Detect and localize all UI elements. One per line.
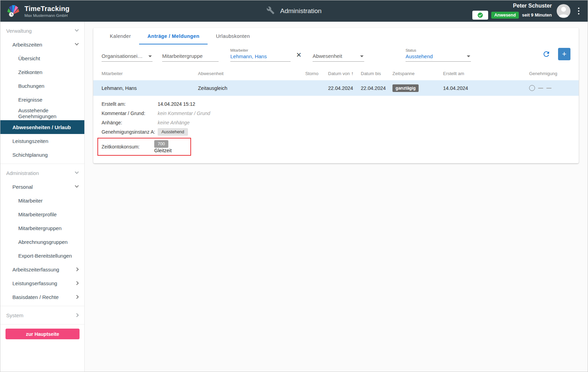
- chevron-down-icon: [75, 170, 78, 174]
- org-unit-select[interactable]: Organisationsei…: [102, 53, 153, 62]
- sidebar-item-administration[interactable]: Administration: [0, 166, 84, 180]
- col-mitarbeiter[interactable]: Mitarbeiter: [102, 71, 198, 76]
- detail-value: 14.04.2024 15:12: [158, 101, 570, 107]
- avatar[interactable]: [557, 4, 570, 18]
- sidebar-item-abrechnungsgruppen[interactable]: Abrechnungsgruppen: [0, 235, 84, 249]
- highlight-box: Zeitkontokonsum: 700 Gleitzeit: [97, 138, 191, 156]
- approval-dash-icon: [538, 88, 543, 89]
- approval-status-badge: Ausstehend: [158, 128, 188, 136]
- sidebar-item-schichtplanung[interactable]: Schichtplanung: [0, 148, 84, 162]
- consumption-amount-badge: 700: [154, 140, 168, 148]
- cell-erstellt-am: 14.04.2024: [443, 85, 529, 91]
- caret-down-icon: [467, 55, 470, 57]
- cell-abwesenheit: Zeitausgleich: [198, 85, 294, 91]
- caret-down-icon: [360, 55, 364, 57]
- sidebar-item-personal[interactable]: Personal: [0, 180, 84, 194]
- sidebar-item-mitarbeiterprofile[interactable]: Mitarbeiterprofile: [0, 207, 84, 221]
- app-title: TimeTracking: [24, 5, 70, 13]
- sidebar-item-system[interactable]: System: [0, 308, 84, 322]
- approval-circle-icon[interactable]: [529, 85, 535, 91]
- employee-filter-value: Lehmann, Hans: [230, 53, 291, 59]
- chevron-right-icon: [75, 267, 78, 271]
- sidebar-item-mitarbeiter[interactable]: Mitarbeiter: [0, 194, 84, 207]
- tab-urlaubskonten[interactable]: Urlaubskonten: [208, 28, 258, 44]
- status-select[interactable]: Status Ausstehend: [406, 48, 471, 62]
- app-logo-icon: [6, 3, 20, 19]
- cell-mitarbeiter: Lehmann, Hans: [102, 85, 198, 91]
- sidebar-item-leistungszeiten[interactable]: Leistungszeiten: [0, 134, 84, 148]
- sidebar-item-leistungserfassung[interactable]: Leistungserfassung: [0, 276, 84, 290]
- col-genehmigung[interactable]: Genehmigung: [529, 71, 570, 76]
- employee-filter-label: Mitarbeiter: [230, 48, 291, 52]
- sidebar-item-uebersicht[interactable]: Übersicht: [0, 51, 84, 65]
- chevron-down-icon: [75, 42, 78, 45]
- time-account-name: Gleitzeit: [154, 148, 172, 153]
- user-name: Peter Schuster: [513, 3, 552, 9]
- clear-employee-icon[interactable]: ✕: [294, 51, 304, 59]
- sidebar-item-abwesenheiten-urlaub[interactable]: Abwesenheiten / Urlaub: [0, 120, 84, 134]
- detail-time-account-consumption: Zeitkontokonsum: 700 Gleitzeit: [102, 140, 187, 153]
- sidebar-item-basisdaten-rechte[interactable]: Basisdaten / Rechte: [0, 290, 84, 304]
- detail-label: Erstellt am:: [102, 101, 158, 107]
- section-header: Administration: [266, 6, 322, 16]
- sidebar-item-mitarbeitergruppen[interactable]: Mitarbeitergruppen: [0, 221, 84, 235]
- chevron-down-icon: [75, 184, 78, 188]
- employee-filter[interactable]: Mitarbeiter Lehmann, Hans: [230, 48, 291, 62]
- tab-kalender[interactable]: Kalender: [102, 28, 139, 44]
- top-header-bar: TimeTracking Max Mustermann GmbH Adminis…: [0, 0, 588, 22]
- presence-check-button[interactable]: [472, 11, 488, 20]
- approval-dash-icon: [546, 88, 552, 89]
- cell-genehmigung: [529, 85, 570, 91]
- col-abwesenheit[interactable]: Abwesenheit: [198, 71, 294, 76]
- detail-created: Erstellt am: 14.04.2024 15:12: [102, 99, 570, 108]
- caret-down-icon: [148, 55, 152, 57]
- sidebar-item-buchungen[interactable]: Buchungen: [0, 79, 84, 93]
- presence-status-badge: Anwesend: [491, 12, 519, 19]
- employee-group-input[interactable]: [162, 53, 219, 62]
- detail-label: Kommentar / Grund:: [102, 111, 158, 116]
- sidebar-divider: [0, 324, 84, 324]
- table-row[interactable]: Lehmann, Hans Zeitausgleich 22.04.2024 2…: [93, 80, 579, 96]
- absences-card: Kalender Anträge / Meldungen Urlaubskont…: [93, 28, 579, 163]
- sidebar-item-arbeitszeiten[interactable]: Arbeitszeiten: [0, 38, 84, 51]
- wrench-icon: [266, 6, 275, 16]
- sidebar-item-zeitkonten[interactable]: Zeitkonten: [0, 65, 84, 79]
- col-erstellt-am[interactable]: Erstellt am: [443, 71, 529, 76]
- filter-bar: Organisationsei… Mitarbeiter Lehmann, Ha…: [93, 44, 579, 66]
- tab-antraege-meldungen[interactable]: Anträge / Meldungen: [139, 28, 208, 44]
- home-page-button[interactable]: zur Hauptseite: [6, 329, 80, 339]
- col-datum-bis[interactable]: Datum bis: [361, 71, 392, 76]
- detail-comment: Kommentar / Grund: kein Kommentar / Grun…: [102, 108, 570, 118]
- cell-datum-von: 22.04.2024: [328, 85, 361, 91]
- sidebar-item-ausstehende-genehmigungen[interactable]: Ausstehende Genehmigungen: [0, 106, 84, 120]
- app-window: TimeTracking Max Mustermann GmbH Adminis…: [0, 0, 588, 372]
- chevron-right-icon: [75, 313, 78, 317]
- employee-group-field[interactable]: [162, 53, 219, 59]
- timespan-badge: ganztägig: [392, 84, 419, 92]
- sidebar-item-verwaltung[interactable]: Verwaltung: [0, 24, 84, 38]
- kebab-menu-icon[interactable]: [575, 6, 582, 17]
- sidebar-item-arbeitszeiterfassung[interactable]: Arbeitszeiterfassung: [0, 262, 84, 276]
- col-storno[interactable]: Storno: [294, 71, 318, 76]
- row-details-panel: Erstellt am: 14.04.2024 15:12 Kommentar …: [93, 96, 579, 163]
- user-area: Peter Schuster Anwesend seit 9 Minuten: [472, 3, 588, 20]
- sidebar-item-export-bereitstellungen[interactable]: Export-Bereitstellungen: [0, 249, 84, 262]
- add-request-button[interactable]: +: [558, 48, 570, 60]
- sidebar-nav: Verwaltung Arbeitszeiten Übersicht Zeitk…: [0, 22, 85, 372]
- detail-label: Zeitkontokonsum:: [102, 144, 154, 149]
- table-header-row: Mitarbeiter Abwesenheit Storno Datum von…: [93, 66, 579, 80]
- absence-select[interactable]: Abwesenheit: [313, 53, 364, 62]
- sidebar-divider: [0, 306, 84, 306]
- sidebar-item-ereignisse[interactable]: Ereignisse: [0, 93, 84, 106]
- page-title: Administration: [280, 7, 322, 15]
- col-datum-von[interactable]: Datum von↑: [328, 71, 361, 76]
- company-name: Max Mustermann GmbH: [24, 13, 70, 18]
- presence-duration: seit 9 Minuten: [522, 12, 552, 18]
- detail-value: keine Anhänge: [158, 120, 570, 125]
- col-zeitspanne[interactable]: Zeitspanne: [392, 71, 443, 76]
- chevron-down-icon: [75, 28, 78, 32]
- sort-asc-icon: ↑: [351, 71, 354, 76]
- detail-label: Genehmigungsinstanz A:: [102, 129, 158, 135]
- sidebar-divider: [0, 164, 84, 164]
- refresh-button[interactable]: [542, 50, 550, 58]
